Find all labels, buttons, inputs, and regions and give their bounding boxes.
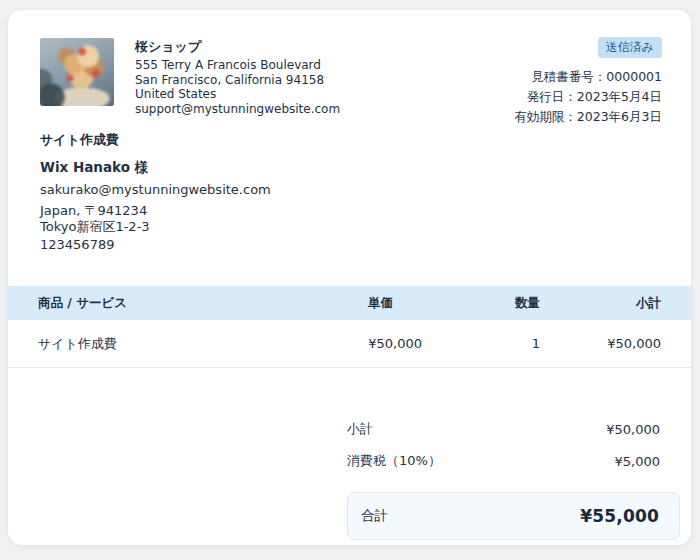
meta-separator: ：: [594, 69, 607, 84]
quote-number-line: 見積書番号：0000001: [514, 67, 662, 87]
items-table: 商品 / サービス 単価 数量 小計 サイト作成費 ¥50,000 1 ¥50,…: [8, 286, 691, 368]
quote-meta: 見積書番号：0000001 発行日：2023年5月4日 有効期限：2023年6月…: [514, 67, 662, 127]
item-name: サイト作成費: [8, 320, 358, 368]
item-unit-price: ¥50,000: [358, 320, 423, 368]
item-quantity: 1: [423, 320, 541, 368]
expiry-date-value: 2023年6月3日: [577, 109, 662, 124]
customer-address: Japan, 〒941234 Tokyo新宿区1-2-3: [40, 203, 271, 234]
subtotal-label: 小計: [347, 420, 373, 438]
company-logo-photo: [40, 38, 114, 106]
project-title: サイト作成費: [40, 131, 119, 149]
company-address-line: 555 Terry A Francois Boulevard: [135, 58, 340, 73]
column-header-item: 商品 / サービス: [8, 286, 358, 320]
item-amount: ¥50,000: [541, 320, 691, 368]
quote-number-value: 0000001: [606, 69, 662, 84]
tax-value: ¥5,000: [615, 454, 661, 469]
grand-total-label: 合計: [361, 507, 388, 525]
grand-total-box: 合計 ¥55,000: [347, 492, 680, 540]
meta-separator: ：: [564, 109, 577, 124]
totals-section: 小計 ¥50,000 消費税（10%） ¥5,000 合計 ¥55,000: [347, 413, 680, 540]
customer-address-line: Japan, 〒941234: [40, 203, 271, 219]
customer-address-line: Tokyo新宿区1-2-3: [40, 219, 271, 235]
page-background: 桜ショップ 555 Terry A Francois Boulevard San…: [0, 0, 700, 560]
column-header-unit-price: 単価: [358, 286, 423, 320]
company-info: 桜ショップ 555 Terry A Francois Boulevard San…: [135, 38, 340, 116]
quote-card: 桜ショップ 555 Terry A Francois Boulevard San…: [8, 10, 691, 545]
expiry-date-label: 有効期限: [514, 109, 564, 124]
column-header-subtotal: 小計: [541, 286, 691, 320]
customer-info: Wix Hanako 様 sakurako@mystunningwebsite.…: [40, 158, 271, 253]
items-header-row: 商品 / サービス 単価 数量 小計: [8, 286, 691, 320]
customer-phone: 123456789: [40, 237, 271, 253]
meta-separator: ：: [564, 89, 577, 104]
issue-date-value: 2023年5月4日: [577, 89, 662, 104]
company-address-line: United States: [135, 87, 340, 102]
customer-email: sakurako@mystunningwebsite.com: [40, 182, 271, 198]
column-header-quantity: 数量: [423, 286, 541, 320]
item-row: サイト作成費 ¥50,000 1 ¥50,000: [8, 320, 691, 368]
company-name: 桜ショップ: [135, 38, 340, 55]
issue-date-line: 発行日：2023年5月4日: [514, 87, 662, 107]
tax-label: 消費税（10%）: [347, 452, 441, 470]
quote-number-label: 見積書番号: [531, 69, 594, 84]
issue-date-label: 発行日: [527, 89, 565, 104]
subtotal-row: 小計 ¥50,000: [347, 413, 680, 445]
subtotal-value: ¥50,000: [606, 422, 660, 437]
company-address-line: San Francisco, California 94158: [135, 73, 340, 88]
company-email: support@mystunningwebsite.com: [135, 102, 340, 117]
expiry-date-line: 有効期限：2023年6月3日: [514, 107, 662, 127]
status-badge: 送信済み: [598, 37, 662, 58]
food-photo-art: [40, 38, 114, 106]
grand-total-value: ¥55,000: [580, 506, 659, 526]
tax-row: 消費税（10%） ¥5,000: [347, 445, 680, 477]
customer-name: Wix Hanako 様: [40, 158, 271, 176]
